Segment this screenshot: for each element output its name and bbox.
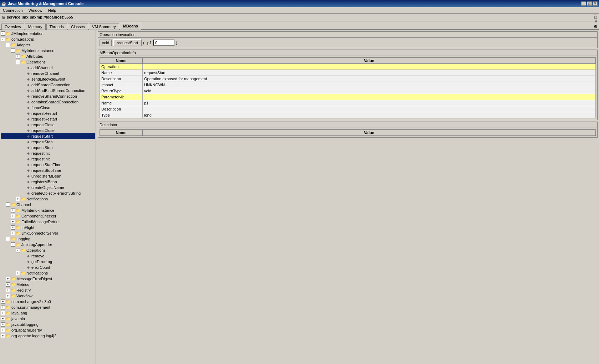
tab-vmsummary[interactable]: VM Summary xyxy=(89,24,119,30)
expander-comadaptris[interactable]: - xyxy=(1,37,5,41)
menu-help[interactable]: Help xyxy=(47,8,58,12)
service-minimize-button[interactable]: _ xyxy=(594,11,598,15)
tree-node-channel[interactable]: -📁Channel xyxy=(1,202,95,207)
tree-node-forceClose[interactable]: ◆forceClose xyxy=(1,105,95,111)
expander-operations2[interactable]: - xyxy=(16,248,20,252)
expander-failedMessageRetrier[interactable]: + xyxy=(11,220,15,224)
tree-node-unregisterMBean[interactable]: ◆unregisterMBean xyxy=(1,173,95,179)
service-maximize-button[interactable]: □ xyxy=(594,15,598,19)
expander-attributes[interactable]: + xyxy=(16,54,20,58)
tree-node-requestInit1[interactable]: ◆requestInit xyxy=(1,150,95,156)
tree-node-removeSharedConnection[interactable]: ◆removeSharedConnection xyxy=(1,93,95,99)
tree-node-getErrorLog[interactable]: ◆getErrorLog xyxy=(1,259,95,265)
tab-mbeans[interactable]: MBeans xyxy=(120,23,141,30)
settings-icon[interactable]: ⚙ xyxy=(594,24,598,29)
tree-node-logging[interactable]: -📁Logging xyxy=(1,236,95,242)
tree-node-addSharedConnection[interactable]: ◆addSharedConnection xyxy=(1,82,95,88)
tree-node-requestRestart2[interactable]: ◆requestRestart xyxy=(1,116,95,122)
tree-node-myinterlok[interactable]: -📁MyInterlokInstance xyxy=(1,48,95,53)
tab-overview[interactable]: Overview xyxy=(1,24,24,30)
close-button[interactable]: ✕ xyxy=(593,1,598,6)
tree-node-requestStop2[interactable]: ◆requestStop xyxy=(1,145,95,150)
tree-node-requestClose2[interactable]: ◆requestClose xyxy=(1,128,95,133)
tree-node-containsSharedConnection[interactable]: ◆containsSharedConnection xyxy=(1,99,95,105)
expander-orgapachelog4j2[interactable]: + xyxy=(1,334,5,338)
tree-node-jmxConnectorServer[interactable]: +📁JmxConnectorServer xyxy=(1,230,95,236)
tree-node-javanio[interactable]: +📁java.nio xyxy=(1,316,95,322)
tree-node-javautillogging[interactable]: +📁java.util.logging xyxy=(1,322,95,327)
tree-node-addAndBindSharedConnection[interactable]: ◆addAndBindSharedConnection xyxy=(1,88,95,93)
menu-window[interactable]: Window xyxy=(27,8,44,12)
tree-node-comadaptris[interactable]: -📁com.adaptris xyxy=(1,36,95,42)
expander-notifications1[interactable]: + xyxy=(16,197,20,201)
menu-connection[interactable]: Connection xyxy=(1,8,24,12)
expander-registry[interactable]: + xyxy=(6,288,10,292)
expander-notifications2[interactable]: + xyxy=(16,271,20,275)
tree-node-requestStartTime[interactable]: ◆requestStartTime xyxy=(1,162,95,168)
tree-node-removeChannel[interactable]: ◆removeChannel xyxy=(1,71,95,76)
tree-node-requestStopTime[interactable]: ◆requestStopTime xyxy=(1,168,95,173)
service-controls[interactable]: _ □ ✕ xyxy=(594,11,598,24)
expander-jmimpl[interactable]: - xyxy=(1,31,5,36)
tree-node-metrics[interactable]: +📁Metrics xyxy=(1,282,95,287)
invoke-button[interactable]: requestStart xyxy=(113,39,142,46)
tree-node-requestRestart1[interactable]: ◆requestRestart xyxy=(1,111,95,116)
tree-node-createObjectHierarchyString[interactable]: ◆createObjectHierarchyString xyxy=(1,190,95,196)
tree-node-requestStart1[interactable]: ◆requestStart xyxy=(1,133,95,139)
tree-node-registry[interactable]: +📁Registry xyxy=(1,287,95,293)
expander-myinterlok[interactable]: - xyxy=(11,48,15,53)
expander-workflow[interactable]: + xyxy=(6,294,10,298)
tree-node-jmxLogAppender[interactable]: -📁JmxLogAppender xyxy=(1,242,95,247)
tab-classes[interactable]: Classes xyxy=(68,24,88,30)
service-close-button[interactable]: ✕ xyxy=(594,19,598,24)
tab-threads[interactable]: Threads xyxy=(46,24,67,30)
tree-node-comsunmgmt[interactable]: +📁com.sun.management xyxy=(1,304,95,310)
tree-node-orgapachelog4j2[interactable]: +📁org.apache.logging.log4j2 xyxy=(1,333,95,339)
tree-node-messageErrorDigest[interactable]: +📁MessageErrorDigest xyxy=(1,276,95,282)
tree-node-notifications1[interactable]: +📁Notifications xyxy=(1,196,95,202)
tree-node-remove[interactable]: ◆remove xyxy=(1,253,95,259)
tree-node-myinterlok2[interactable]: +📁MyInterlokInstance xyxy=(1,207,95,213)
tree-node-adapter[interactable]: -📁Adapter xyxy=(1,42,95,48)
tree-node-errorCount[interactable]: ◆errorCount xyxy=(1,265,95,270)
tree-node-requestInit2[interactable]: ◆requestInit xyxy=(1,156,95,162)
minimize-button[interactable]: _ xyxy=(581,1,586,6)
tree-node-jmimpl[interactable]: -📁JMImplementation xyxy=(1,31,95,36)
expander-channel[interactable]: - xyxy=(6,202,10,207)
tree-node-javalang[interactable]: +📁java.lang xyxy=(1,310,95,316)
expander-commchange[interactable]: + xyxy=(1,299,5,304)
maximize-button[interactable]: □ xyxy=(587,1,592,6)
expander-logging[interactable]: - xyxy=(6,237,10,241)
title-controls[interactable]: _ □ ✕ xyxy=(581,1,598,6)
tree-node-requestStop1[interactable]: ◆requestStop xyxy=(1,139,95,145)
tree-node-failedMessageRetrier[interactable]: +📁FailedMessageRetrier xyxy=(1,219,95,225)
tree-node-commchange[interactable]: +📁com.mchange.v2.c3p0 xyxy=(1,299,95,304)
param-input[interactable] xyxy=(153,40,174,46)
tree-node-attributes[interactable]: +📁Attributes xyxy=(1,53,95,59)
tree-node-sendLifecycleEvent[interactable]: ◆sendLifecycleEvent xyxy=(1,76,95,82)
expander-javalang[interactable]: + xyxy=(1,311,5,315)
tree-node-componentChecker[interactable]: +📁ComponentChecker xyxy=(1,213,95,219)
tree-node-createObjectName[interactable]: ◆createObjectName xyxy=(1,185,95,190)
expander-componentChecker[interactable]: + xyxy=(11,214,15,218)
expander-myinterlok2[interactable]: + xyxy=(11,208,15,212)
expander-jmxLogAppender[interactable]: - xyxy=(11,242,15,247)
expander-inFlight[interactable]: + xyxy=(11,225,15,230)
tree-node-addChannel[interactable]: ◆addChannel xyxy=(1,65,95,71)
tree-node-inFlight[interactable]: +📁InFlight xyxy=(1,225,95,230)
expander-javanio[interactable]: + xyxy=(1,317,5,321)
tab-memory[interactable]: Memory xyxy=(25,24,46,30)
tree-node-requestClose1[interactable]: ◆requestClose xyxy=(1,122,95,128)
expander-metrics[interactable]: + xyxy=(6,282,10,287)
tree-node-operations2[interactable]: -📁Operations xyxy=(1,247,95,253)
tree-node-registerMBean[interactable]: ◆registerMBean xyxy=(1,179,95,185)
tree-node-operations[interactable]: -📁Operations xyxy=(1,59,95,65)
tree-node-workflow[interactable]: +📁Workflow xyxy=(1,293,95,299)
expander-comsunmgmt[interactable]: + xyxy=(1,305,5,309)
tree-panel[interactable]: -📁JMImplementation-📁com.adaptris-📁Adapte… xyxy=(0,30,96,364)
expander-adapter[interactable]: - xyxy=(6,43,10,47)
expander-javautillogging[interactable]: + xyxy=(1,322,5,327)
expander-orgapachederby[interactable]: + xyxy=(1,328,5,332)
expander-messageErrorDigest[interactable]: + xyxy=(6,277,10,281)
expander-operations[interactable]: - xyxy=(16,60,20,64)
